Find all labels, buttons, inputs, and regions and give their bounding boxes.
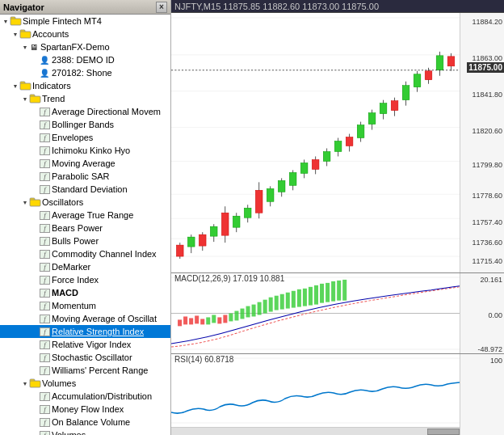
indicator-icon-dem: f: [40, 263, 50, 272]
tree-item-macd[interactable]: fMACD: [0, 286, 170, 299]
svg-rect-24: [176, 245, 183, 256]
expand-icon-spartanfx[interactable]: ▼: [21, 43, 29, 51]
svg-rect-97: [292, 291, 296, 308]
tree-item-rsi[interactable]: fRelative Strength Index: [0, 325, 170, 338]
rsi-level-1: 100: [490, 357, 502, 365]
tree-item-rvi[interactable]: fRelative Vigor Index: [0, 338, 170, 351]
svg-rect-83: [212, 315, 216, 323]
tree-item-simple-fintech[interactable]: ▼Simple Fintech MT4: [0, 15, 170, 27]
tree-item-accounts[interactable]: ▼Accounts: [0, 27, 170, 40]
svg-rect-106: [342, 280, 346, 301]
svg-rect-84: [217, 317, 221, 323]
svg-rect-98: [297, 289, 301, 307]
item-label-bp: Bears Power: [52, 223, 103, 233]
chart-title: NJFTY,M15 11875.85 11882.60 11873.00 118…: [174, 2, 379, 11]
tree-item-bullp[interactable]: fBulls Power: [0, 234, 170, 247]
tree-item-ma[interactable]: fMoving Average: [0, 157, 170, 170]
tree-item-oscillators[interactable]: ▼Oscillators: [0, 196, 170, 209]
expand-icon-accounts[interactable]: ▼: [11, 30, 19, 38]
tree-item-acc270182[interactable]: 👤270182: Shone: [0, 66, 170, 79]
svg-rect-92: [263, 300, 267, 314]
svg-rect-78: [183, 316, 187, 324]
chart-area: NJFTY,M15 11875.85 11882.60 11873.00 118…: [171, 0, 504, 435]
tree-item-indicators[interactable]: ▼Indicators: [0, 79, 170, 92]
folder-icon-trend: [30, 94, 40, 104]
tree-item-sd[interactable]: fStandard Deviation: [0, 183, 170, 196]
rsi-scrollbar-thumb[interactable]: [427, 429, 460, 435]
tree-item-wpr[interactable]: fWilliams' Percent Range: [0, 364, 170, 377]
svg-rect-86: [229, 314, 233, 322]
expand-icon-indicators[interactable]: ▼: [11, 82, 19, 90]
svg-rect-40: [267, 188, 274, 201]
folder-icon-oscillators: [30, 197, 40, 208]
tree-item-acc2388[interactable]: 👤2388: DEMO ID: [0, 53, 170, 66]
svg-rect-85: [223, 315, 227, 323]
indicator-icon-bp: f: [40, 224, 50, 233]
svg-rect-38: [255, 190, 262, 213]
tree-item-mao[interactable]: fMoving Average of Oscillat: [0, 312, 170, 325]
account-icon-acc270182: 👤: [40, 69, 49, 78]
tree-item-volumes[interactable]: ▼Volumes: [0, 377, 170, 390]
tree-item-mom[interactable]: fMomentum: [0, 299, 170, 312]
item-label-accounts: Accounts: [32, 29, 69, 39]
svg-rect-48: [312, 159, 319, 169]
item-label-rvi: Relative Vigor Index: [52, 340, 131, 349]
item-label-adm: Average Directional Movem: [52, 107, 161, 116]
svg-rect-102: [320, 284, 324, 303]
navigator-close-button[interactable]: ×: [156, 2, 167, 13]
tree-item-ad[interactable]: fAccumulation/Distribution: [0, 390, 170, 403]
folder-icon-volumes: [30, 378, 40, 389]
tree-item-spartanfx[interactable]: ▼🖥SpartanFX-Demo: [0, 40, 170, 53]
price-label-4: 11820.60: [472, 127, 502, 135]
tree-item-fi[interactable]: fForce Index: [0, 273, 170, 286]
tree-item-bb[interactable]: fBollinger Bands: [0, 118, 170, 131]
tree-item-bp[interactable]: fBears Power: [0, 222, 170, 234]
svg-rect-89: [246, 306, 250, 318]
tree-item-mfi[interactable]: fMoney Flow Index: [0, 403, 170, 416]
tree-item-adm[interactable]: fAverage Directional Movem: [0, 105, 170, 118]
svg-rect-58: [368, 113, 376, 125]
item-label-mao: Moving Average of Oscillat: [52, 314, 157, 323]
tree-item-obv[interactable]: fOn Balance Volume: [0, 416, 170, 429]
tree-item-env[interactable]: fEnvelopes: [0, 131, 170, 144]
tree-item-dem[interactable]: fDeMarker: [0, 260, 170, 273]
item-label-sd: Standard Deviation: [52, 184, 128, 194]
item-label-mfi: Money Flow Index: [52, 404, 124, 414]
item-label-acc2388: 2388: DEMO ID: [52, 55, 115, 65]
svg-rect-62: [391, 101, 398, 111]
svg-rect-44: [289, 172, 296, 185]
folder-icon-simple-fintech: [10, 16, 21, 27]
folder-icon-indicators: [20, 81, 31, 91]
svg-rect-36: [244, 208, 251, 218]
item-label-macd: MACD: [52, 288, 78, 298]
indicator-icon-wpr: f: [40, 366, 50, 375]
tree-item-ich[interactable]: fIchimoku Kinko Hyo: [0, 144, 170, 157]
expand-icon-volumes[interactable]: ▼: [21, 379, 29, 387]
item-label-cci: Commodity Channel Index: [52, 249, 157, 259]
svg-rect-3: [20, 32, 31, 38]
indicator-icon-ich: f: [40, 146, 50, 155]
rsi-scrollbar[interactable]: [171, 427, 460, 435]
indicator-icon-bb: f: [40, 120, 50, 129]
tree-item-atr[interactable]: fAverage True Range: [0, 209, 170, 222]
indicator-icon-rvi: f: [40, 340, 50, 349]
tree-item-trend[interactable]: ▼Trend: [0, 92, 170, 105]
macd-level-3: -48.972: [477, 345, 502, 353]
navigator-tree: ▼Simple Fintech MT4▼Accounts▼🖥SpartanFX-…: [0, 15, 170, 435]
tree-item-cci[interactable]: fCommodity Channel Index: [0, 247, 170, 260]
candlestick-canvas: [171, 13, 480, 272]
item-label-atr: Average True Range: [52, 210, 133, 220]
tree-item-vol[interactable]: fVolumes: [0, 429, 170, 435]
svg-rect-88: [240, 309, 244, 319]
expand-icon-oscillators[interactable]: ▼: [21, 198, 29, 206]
expand-icon-simple-fintech[interactable]: ▼: [2, 17, 10, 25]
item-label-acc270182: 270182: Shone: [52, 68, 112, 78]
svg-rect-56: [357, 125, 364, 138]
expand-icon-trend[interactable]: ▼: [21, 95, 29, 103]
folder-icon-accounts: [20, 29, 31, 40]
indicator-icon-atr: f: [40, 211, 50, 220]
account-icon-spartanfx: 🖥: [30, 43, 38, 52]
item-label-oscillators: Oscillators: [42, 197, 83, 207]
tree-item-so[interactable]: fStochastic Oscillator: [0, 351, 170, 364]
tree-item-psar[interactable]: fParabolic SAR: [0, 170, 170, 183]
